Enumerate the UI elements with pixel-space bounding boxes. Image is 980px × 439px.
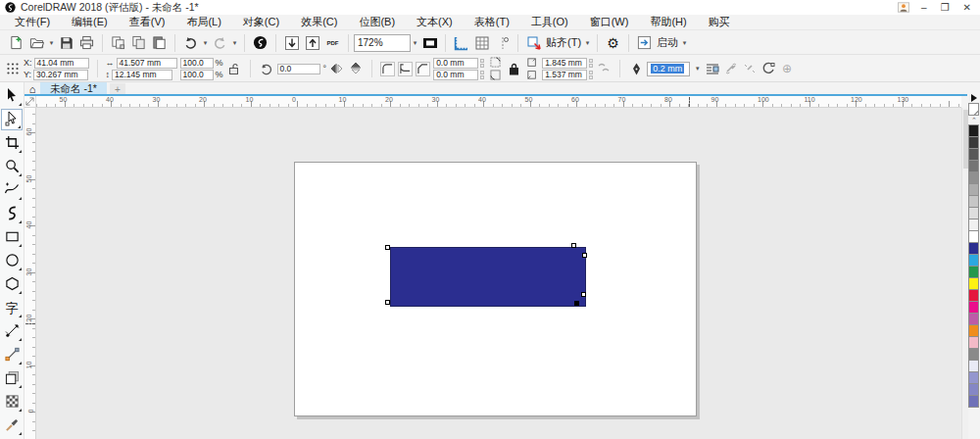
mirror-horizontal-button[interactable] [329, 61, 345, 76]
corner-radius-stepper-2[interactable] [480, 71, 484, 79]
fillet-distance-field-1[interactable]: 1.845 mm [542, 58, 587, 69]
show-guidelines-button[interactable] [492, 33, 513, 53]
fullscreen-preview-button[interactable] [419, 33, 440, 53]
close-button[interactable]: ✕ [963, 2, 971, 13]
menu-item-4[interactable]: 布局(L) [175, 15, 231, 29]
corner-radius-stepper-1[interactable] [480, 59, 484, 68]
zoom-level-combo[interactable]: 172% [354, 34, 411, 52]
corner-radius-field-1[interactable]: 0.0 mm [433, 58, 478, 69]
palette-swatch-24[interactable] [968, 395, 979, 408]
scale-y-field[interactable]: 100.0 [180, 70, 214, 80]
link-button-1[interactable] [723, 61, 739, 76]
corner-radius-field-2[interactable]: 0.0 mm [433, 70, 478, 80]
restore-button[interactable]: ❐ [941, 2, 950, 13]
paste-button[interactable] [149, 33, 170, 53]
relative-corner-top-icon[interactable] [487, 57, 503, 69]
launcher-label[interactable]: 启动 [657, 35, 678, 50]
node-handle-top-left[interactable] [385, 245, 390, 250]
snap-dropdown[interactable]: ▾ [583, 33, 592, 53]
tool-text[interactable]: 字 [1, 297, 23, 318]
zoom-level-dropdown[interactable]: ▾ [411, 33, 419, 53]
tool-ellipse[interactable] [1, 250, 23, 271]
import-button[interactable] [281, 33, 302, 53]
open-button[interactable] [26, 33, 47, 53]
tool-shape[interactable] [1, 109, 23, 130]
position-target-icon[interactable]: ⊕ [779, 61, 795, 76]
search-content-button[interactable] [250, 33, 270, 53]
fillet-stepper-1[interactable] [589, 59, 593, 68]
menu-item-2[interactable]: 编辑(E) [61, 15, 119, 29]
copy-button[interactable] [128, 33, 149, 53]
menu-item-7[interactable]: 位图(B) [348, 15, 406, 29]
open-dropdown[interactable]: ▾ [47, 33, 56, 53]
menu-item-3[interactable]: 查看(V) [119, 15, 176, 29]
undo-dropdown[interactable]: ▾ [201, 33, 210, 53]
outline-width-dropdown[interactable]: ▾ [693, 59, 702, 78]
mirror-vertical-button[interactable] [348, 61, 364, 76]
menu-item-6[interactable]: 效果(C) [290, 15, 348, 29]
options-gear-icon[interactable]: ⚙ [603, 33, 623, 53]
round-corner-button[interactable] [380, 62, 395, 76]
ruler-origin-box[interactable] [24, 96, 36, 108]
user-account-icon[interactable] [898, 2, 909, 13]
chamfered-corner-button[interactable] [416, 62, 430, 76]
launcher-dropdown[interactable]: ▾ [680, 33, 689, 53]
tool-pick[interactable] [1, 85, 23, 107]
show-rulers-button[interactable] [451, 33, 471, 53]
menu-item-8[interactable]: 文本(X) [406, 15, 464, 29]
menu-item-12[interactable]: 帮助(H) [639, 15, 697, 29]
show-grid-button[interactable] [471, 33, 492, 53]
vertical-ruler[interactable]: 6050403020100 [24, 108, 36, 439]
menu-item-10[interactable]: 工具(O) [520, 15, 579, 29]
convert-to-curves-button[interactable] [760, 61, 776, 76]
node-handle-top-right[interactable] [571, 243, 576, 248]
rotation-angle-field[interactable]: 0.0 [277, 64, 320, 74]
tool-freehand[interactable] [1, 179, 23, 201]
tool-color-eyedropper[interactable] [1, 415, 23, 436]
undo-button[interactable] [180, 33, 201, 53]
menu-item-11[interactable]: 窗口(W) [579, 15, 640, 29]
vertical-scrollbar[interactable] [961, 108, 968, 439]
new-document-button[interactable] [6, 33, 26, 53]
menu-item-5[interactable]: 对象(C) [232, 15, 290, 29]
lock-ratio-icon[interactable] [226, 61, 242, 76]
fillet-distance-field-2[interactable]: 1.537 mm [542, 70, 587, 80]
x-position-field[interactable]: 41.04 mm [34, 58, 89, 69]
tool-parallel-dimension[interactable] [1, 320, 23, 342]
fillet-stepper-2[interactable] [589, 71, 593, 79]
outline-width-combo[interactable]: 0.2 mm [647, 62, 690, 76]
export-button[interactable] [302, 33, 322, 53]
tool-drop-shadow[interactable] [1, 367, 23, 389]
tool-zoom[interactable] [1, 156, 23, 177]
publish-pdf-button[interactable]: PDF [322, 33, 343, 53]
chamfer-curves-icon[interactable] [596, 61, 612, 76]
node-handle-right-lower[interactable] [581, 292, 586, 297]
no-fill-swatch[interactable] [968, 103, 979, 116]
redo-button[interactable] [210, 33, 230, 53]
palette-flyout-arrow[interactable] [971, 94, 977, 102]
horizontal-ruler[interactable]: 5040302010010203040506070809010011012013… [36, 96, 961, 108]
object-width-field[interactable]: 41.507 mm [117, 58, 177, 69]
print-button[interactable] [76, 33, 97, 53]
save-button[interactable] [56, 33, 76, 53]
tool-polygon[interactable] [1, 273, 23, 295]
link-button-2[interactable] [742, 61, 758, 76]
wrap-text-button[interactable] [705, 61, 720, 76]
tool-connector[interactable] [1, 344, 23, 366]
y-position-field[interactable]: 30.267 mm [33, 70, 88, 80]
snap-icon[interactable] [523, 33, 544, 53]
menu-item-13[interactable]: 购买 [698, 15, 741, 29]
lock-corners-icon[interactable] [506, 61, 521, 76]
tool-crop[interactable] [1, 132, 23, 154]
minimize-button[interactable]: – [921, 2, 927, 13]
snap-label[interactable]: 贴齐(T) [546, 35, 581, 50]
relative-corner-bottom-icon[interactable] [487, 70, 503, 81]
node-handle-selected[interactable] [574, 301, 579, 306]
scalloped-corner-button[interactable] [398, 62, 413, 76]
menu-item-1[interactable]: 文件(F) [4, 15, 61, 29]
scale-x-field[interactable]: 100.0 [180, 58, 214, 69]
node-handle-bottom-left[interactable] [385, 300, 390, 305]
tool-rectangle[interactable] [1, 226, 23, 248]
selected-rectangle-object[interactable] [390, 247, 586, 307]
redo-dropdown[interactable]: ▾ [230, 33, 239, 53]
